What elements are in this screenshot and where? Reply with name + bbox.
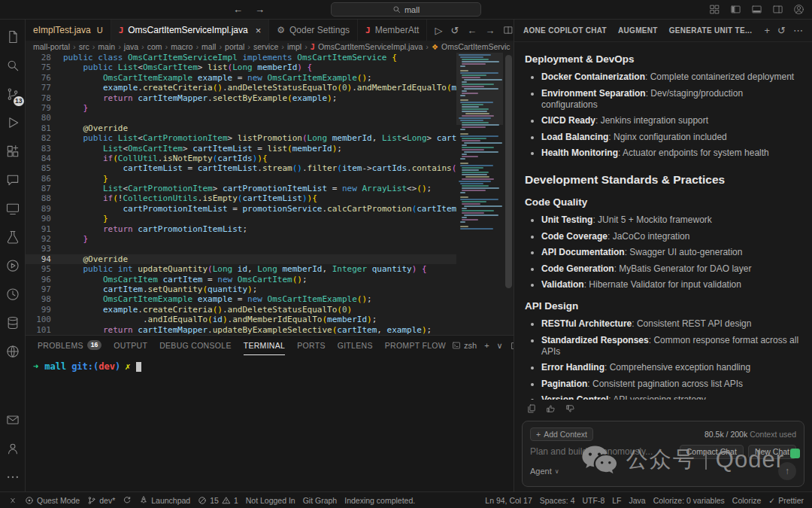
line-number[interactable]: 75 bbox=[26, 62, 63, 72]
editor-back-icon[interactable]: ← bbox=[467, 25, 477, 36]
assistant-tab-0[interactable]: AONE COPILOT CHAT bbox=[523, 26, 607, 35]
line-number[interactable]: 87 bbox=[26, 184, 63, 193]
editor-forward-icon[interactable]: → bbox=[485, 25, 495, 36]
line-number[interactable]: 76 bbox=[26, 73, 63, 83]
breadcrumb-item[interactable]: macro bbox=[171, 42, 192, 51]
code-line[interactable]: 101 return cartItemMapper.updateByExampl… bbox=[26, 325, 514, 335]
breadcrumb-item[interactable]: service bbox=[253, 42, 278, 51]
assistant-tab-2[interactable]: GENERATE UNIT TE... bbox=[669, 26, 753, 35]
account-icon[interactable] bbox=[793, 4, 804, 15]
breadcrumb-item[interactable]: impl bbox=[287, 42, 301, 51]
status-not-logged-in[interactable]: Not Logged In bbox=[242, 492, 299, 508]
editor-tab[interactable]: JOmsCartItemServiceImpl.java× bbox=[111, 20, 270, 41]
code-line[interactable]: 86 } bbox=[26, 174, 514, 184]
command-center-search[interactable]: mall bbox=[331, 2, 481, 17]
line-number[interactable]: 101 bbox=[26, 325, 63, 335]
thumbs-up-icon[interactable] bbox=[546, 403, 556, 414]
line-number[interactable]: 92 bbox=[26, 234, 63, 244]
new-chat-button[interactable]: New Chat bbox=[748, 445, 796, 459]
thumbs-down-icon[interactable] bbox=[565, 403, 576, 414]
chat-icon[interactable] bbox=[0, 166, 26, 194]
panel-tab-terminal[interactable]: TERMINAL bbox=[244, 336, 286, 355]
chat-composer[interactable]: +Add Context 80.5k / 200k Context used P… bbox=[522, 421, 804, 487]
code-line[interactable]: 89 cartPromotionItemList = promotionServ… bbox=[26, 204, 514, 214]
breadcrumb-item[interactable]: src bbox=[79, 42, 89, 51]
code-line[interactable]: 78 return cartItemMapper.selectByExample… bbox=[26, 93, 514, 103]
line-number[interactable]: 82 bbox=[26, 133, 63, 143]
send-button[interactable]: ↑ bbox=[778, 462, 796, 480]
code-line[interactable]: 81 @Override bbox=[26, 123, 514, 133]
minimap-slider[interactable] bbox=[456, 53, 503, 125]
database-icon[interactable] bbox=[0, 309, 26, 337]
code-line[interactable]: 85 cartItemList = cartItemList.stream().… bbox=[26, 163, 514, 173]
line-number[interactable]: 83 bbox=[26, 144, 63, 154]
breadcrumb-item[interactable]: mall-portal bbox=[33, 42, 70, 51]
close-tab-icon[interactable]: × bbox=[256, 25, 262, 36]
timeline-icon[interactable]: ↺ bbox=[450, 25, 459, 36]
status-colorize[interactable]: Colorize bbox=[729, 492, 765, 508]
code-line[interactable]: 100 .andIdEqualTo(id).andMemberIdEqualTo… bbox=[26, 315, 514, 324]
toggle-secondary-sidebar-icon[interactable] bbox=[772, 4, 783, 15]
code-line[interactable]: 83 List<OmsCartItem> cartItemList = list… bbox=[26, 144, 514, 154]
panel-tab-ports[interactable]: PORTS bbox=[297, 336, 325, 355]
new-terminal-icon[interactable]: + bbox=[484, 341, 489, 350]
breadcrumb-item[interactable]: main bbox=[98, 42, 115, 51]
line-number[interactable]: 89 bbox=[26, 204, 63, 214]
line-number[interactable]: 99 bbox=[26, 305, 63, 315]
line-number[interactable]: 88 bbox=[26, 193, 63, 203]
line-number[interactable]: 93 bbox=[26, 244, 63, 254]
line-number[interactable]: 90 bbox=[26, 214, 63, 224]
profile-icon[interactable] bbox=[0, 434, 26, 463]
status-indexing-status[interactable]: Indexing completed. bbox=[341, 492, 419, 508]
code-line[interactable]: 84 if(CollUtil.isNotEmpty(cartIds)){ bbox=[26, 154, 514, 163]
assistant-tab-1[interactable]: AUGMENT bbox=[618, 26, 658, 35]
breadcrumb-item[interactable]: java bbox=[124, 42, 138, 51]
status-colorize-count[interactable]: Colorize: 0 variables bbox=[650, 492, 729, 508]
code-line[interactable]: 76 OmsCartItemExample example = new OmsC… bbox=[26, 73, 514, 83]
source-control-icon[interactable]: 13 bbox=[0, 80, 26, 108]
panel-tab-gitlens[interactable]: GITLENS bbox=[338, 336, 373, 355]
remote-explorer-icon[interactable] bbox=[0, 194, 26, 223]
breadcrumb-item[interactable]: mall bbox=[201, 42, 216, 51]
chat-history-icon[interactable]: ↺ bbox=[777, 25, 786, 36]
status-problems[interactable]: 151 bbox=[194, 492, 242, 508]
code-line[interactable]: 90 } bbox=[26, 214, 514, 224]
editor-tab[interactable]: ⚙Qoder Settings bbox=[269, 20, 358, 41]
extensions-icon[interactable] bbox=[0, 137, 26, 166]
status-launchpad[interactable]: Launchpad bbox=[135, 492, 194, 508]
code-line[interactable]: 93 bbox=[26, 244, 514, 254]
code-line[interactable]: 82 public List<CartPromotionItem> listPr… bbox=[26, 133, 514, 143]
assistant-more-icon[interactable]: ⋯ bbox=[793, 25, 803, 36]
line-number[interactable]: 78 bbox=[26, 93, 63, 103]
line-number[interactable]: 86 bbox=[26, 174, 63, 184]
code-line[interactable]: 92 } bbox=[26, 234, 514, 244]
breadcrumb-item[interactable]: portal bbox=[225, 42, 244, 51]
add-context-button[interactable]: +Add Context bbox=[530, 427, 593, 441]
code-line[interactable]: 95 public int updateQuantity(Long id, Lo… bbox=[26, 264, 514, 274]
line-number[interactable]: 95 bbox=[26, 264, 63, 274]
more-icon[interactable] bbox=[0, 463, 26, 491]
explorer-icon[interactable] bbox=[0, 23, 26, 51]
status-git-branch[interactable]: dev* bbox=[83, 492, 119, 508]
panel-tab-debug-console[interactable]: DEBUG CONSOLE bbox=[159, 336, 232, 355]
line-number[interactable]: 98 bbox=[26, 294, 63, 304]
code-editor[interactable]: 28public class OmsCartItemServiceImpl im… bbox=[26, 53, 514, 335]
line-number[interactable]: 97 bbox=[26, 284, 63, 294]
status-encoding[interactable]: UTF-8 bbox=[578, 492, 608, 508]
status-indentation[interactable]: Spaces: 4 bbox=[536, 492, 579, 508]
line-number[interactable]: 94 bbox=[26, 254, 63, 264]
mail-icon[interactable] bbox=[0, 406, 26, 434]
status-git-graph[interactable]: Git Graph bbox=[299, 492, 341, 508]
code-line[interactable]: 97 cartItem.setQuantity(quantity); bbox=[26, 284, 514, 294]
line-number[interactable]: 100 bbox=[26, 315, 63, 324]
editor-tab[interactable]: eImplTest.javaU bbox=[26, 20, 111, 41]
code-line[interactable]: 75 public List<OmsCartItem> list(Long me… bbox=[26, 62, 514, 72]
status-prettier[interactable]: ✓Prettier bbox=[765, 492, 807, 508]
code-line[interactable]: 77 example.createCriteria().andDeleteSta… bbox=[26, 83, 514, 93]
terminal-dropdown-icon[interactable]: ∨ bbox=[497, 341, 503, 351]
breadcrumb-item[interactable]: com bbox=[147, 42, 162, 51]
panel-tab-prompt-flow[interactable]: PROMPT FLOW bbox=[385, 336, 446, 355]
run-file-icon[interactable]: ▷ bbox=[435, 25, 442, 36]
editor-grid-icon[interactable] bbox=[709, 4, 720, 15]
line-number[interactable]: 84 bbox=[26, 154, 63, 163]
